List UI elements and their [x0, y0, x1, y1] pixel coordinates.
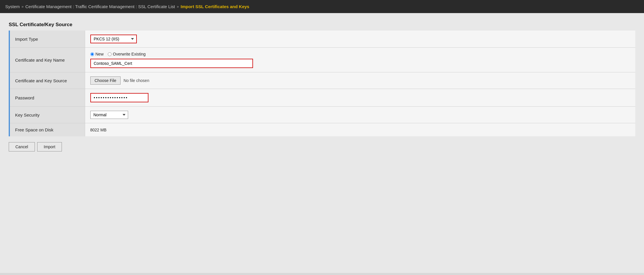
- radio-group: New Overwrite Existing: [90, 52, 630, 56]
- breadcrumb-sep1: »: [21, 4, 24, 9]
- button-bar: Cancel Import: [9, 142, 635, 151]
- radio-overwrite-text: Overwrite Existing: [113, 52, 146, 56]
- password-label: Password: [9, 89, 85, 107]
- cert-name-input[interactable]: [90, 59, 253, 68]
- radio-new-text: New: [96, 52, 104, 56]
- key-security-label: Key Security: [9, 107, 85, 123]
- password-input[interactable]: [90, 93, 148, 102]
- cert-key-name-label: Certificate and Key Name: [9, 48, 85, 72]
- radio-new-label[interactable]: New: [90, 52, 104, 56]
- radio-new[interactable]: [90, 52, 94, 56]
- cert-key-source-row: Certificate and Key Source Choose File N…: [9, 72, 635, 89]
- import-button[interactable]: Import: [37, 142, 62, 151]
- import-type-select[interactable]: PKCS 12 (IIS) Regular PKCS 7: [90, 35, 137, 43]
- no-file-text: No file chosen: [123, 78, 149, 83]
- free-space-value: 8022 MB: [90, 128, 107, 132]
- free-space-cell: 8022 MB: [85, 123, 635, 137]
- breadcrumb-sep2: »: [177, 4, 179, 9]
- key-security-row: Key Security Normal High FIPS: [9, 107, 635, 123]
- breadcrumb-current: Import SSL Certificates and Keys: [181, 4, 249, 9]
- cert-key-source-label: Certificate and Key Source: [9, 72, 85, 89]
- choose-file-button[interactable]: Choose File: [90, 76, 121, 85]
- key-security-cell: Normal High FIPS: [85, 107, 635, 123]
- section-title: SSL Certificate/Key Source: [9, 22, 635, 28]
- import-type-cell: PKCS 12 (IIS) Regular PKCS 7: [85, 31, 635, 48]
- key-security-select[interactable]: Normal High FIPS: [90, 111, 128, 119]
- ssl-form-table: Import Type PKCS 12 (IIS) Regular PKCS 7…: [9, 31, 635, 136]
- breadcrumb-bar: System » Certificate Management : Traffi…: [0, 0, 644, 13]
- file-input-wrapper: Choose File No file chosen: [90, 76, 630, 85]
- free-space-row: Free Space on Disk 8022 MB: [9, 123, 635, 137]
- radio-overwrite-label[interactable]: Overwrite Existing: [108, 52, 146, 56]
- breadcrumb-middle: Certificate Management : Traffic Certifi…: [25, 4, 175, 9]
- free-space-label: Free Space on Disk: [9, 123, 85, 137]
- password-row: Password: [9, 89, 635, 107]
- radio-overwrite[interactable]: [108, 52, 112, 56]
- cert-key-source-cell: Choose File No file chosen: [85, 72, 635, 89]
- breadcrumb-system: System: [5, 4, 20, 9]
- password-cell: [85, 89, 635, 107]
- cert-key-name-cell: New Overwrite Existing: [85, 48, 635, 72]
- import-type-row: Import Type PKCS 12 (IIS) Regular PKCS 7: [9, 31, 635, 48]
- cancel-button[interactable]: Cancel: [9, 142, 35, 151]
- main-content: SSL Certificate/Key Source Import Type P…: [0, 13, 644, 273]
- cert-key-name-row: Certificate and Key Name New Overwrite E…: [9, 48, 635, 72]
- import-type-label: Import Type: [9, 31, 85, 48]
